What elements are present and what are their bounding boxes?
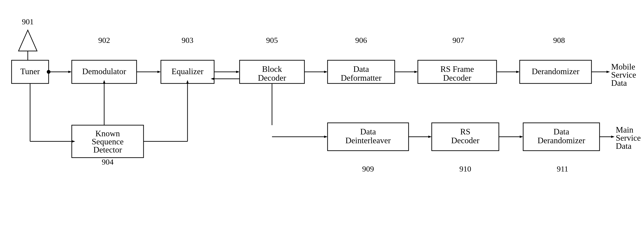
- ref-909: 909: [362, 165, 374, 173]
- label-tuner: Tuner: [20, 67, 40, 76]
- svg-marker-5: [158, 71, 161, 73]
- label-rs-decoder-1: RS: [460, 127, 470, 136]
- svg-marker-30: [428, 136, 432, 138]
- svg-marker-17: [606, 71, 610, 73]
- antenna-icon: [18, 30, 37, 60]
- label-data-derandomizer-2: Derandomizer: [538, 136, 585, 145]
- label-derandomizer: Derandomizer: [532, 67, 580, 76]
- label-main-service-data-1: Main: [616, 125, 633, 134]
- junction-dot-1: [47, 70, 50, 74]
- ref-901: 901: [22, 17, 34, 26]
- ref-903: 903: [182, 36, 194, 45]
- label-rs-frame-decoder-1: RS Frame: [440, 64, 474, 74]
- label-mobile-service-data-2: Service: [611, 70, 636, 80]
- ref-902: 902: [98, 36, 110, 45]
- ref-911: 911: [557, 165, 568, 173]
- ref-905: 905: [266, 36, 278, 45]
- svg-marker-0: [18, 30, 37, 51]
- label-known-seq-det-1: Known: [95, 129, 120, 138]
- ref-904: 904: [102, 158, 114, 166]
- diagram-container: 901 Tuner 902 Demodulator 903 Equalizer …: [0, 0, 644, 229]
- label-block-decoder-1: Block: [262, 64, 282, 74]
- ref-908: 908: [553, 36, 565, 45]
- label-main-service-data-3: Data: [616, 141, 632, 151]
- ref-910: 910: [460, 165, 471, 173]
- label-data-deformatter-2: Deformatter: [341, 73, 382, 83]
- ref-907: 907: [452, 36, 464, 45]
- svg-marker-15: [516, 71, 520, 73]
- svg-marker-32: [520, 136, 523, 138]
- label-demodulator: Demodulator: [82, 67, 126, 76]
- svg-marker-28: [324, 136, 328, 138]
- label-mobile-service-data-1: Mobile: [611, 62, 635, 71]
- label-data-deformatter-1: Data: [353, 64, 369, 74]
- label-known-seq-det-2: Sequence: [92, 137, 124, 146]
- ref-906: 906: [355, 36, 367, 45]
- label-block-decoder-2: Decoder: [258, 73, 286, 83]
- label-rs-decoder-2: Decoder: [451, 136, 480, 145]
- svg-marker-13: [414, 71, 418, 73]
- label-mobile-service-data-3: Data: [611, 78, 627, 88]
- label-equalizer: Equalizer: [172, 67, 204, 76]
- svg-marker-11: [324, 71, 328, 73]
- svg-marker-34: [611, 136, 614, 138]
- label-data-derandomizer-1: Data: [554, 127, 569, 136]
- svg-marker-7: [236, 71, 240, 73]
- label-main-service-data-2: Service: [616, 133, 641, 143]
- svg-marker-3: [68, 71, 72, 73]
- label-data-deinterleaver-2: Deinterleaver: [346, 136, 391, 145]
- label-rs-frame-decoder-2: Decoder: [443, 73, 471, 83]
- label-known-seq-det-3: Detector: [93, 145, 122, 154]
- label-data-deinterleaver-1: Data: [360, 127, 376, 136]
